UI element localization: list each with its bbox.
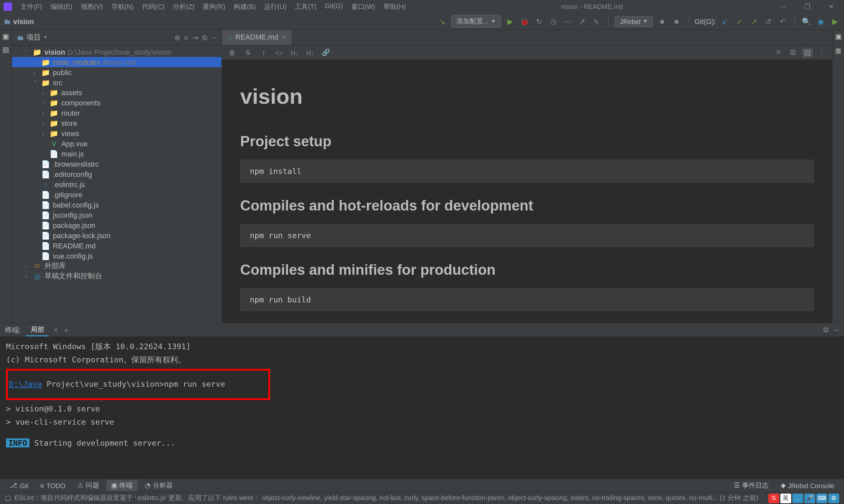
close-tab-icon[interactable]: ×	[282, 33, 286, 41]
ime-indicator[interactable]: S 英 ， 🎤 ⌨ ⚙	[768, 493, 839, 503]
profile-icon[interactable]: ◷	[548, 16, 559, 27]
run-config-selector[interactable]: 添加配置...▼	[451, 15, 501, 28]
ide-icon[interactable]: ◉	[815, 16, 826, 27]
tree-row[interactable]: 📄package-lock.json	[12, 230, 221, 240]
status-indicator-icon[interactable]: ▢	[5, 494, 11, 502]
tree-row[interactable]: 📄README.md	[12, 240, 221, 251]
minimize-button[interactable]: ─	[774, 3, 793, 11]
collapse-all-icon[interactable]: ⇥	[192, 33, 198, 41]
menu-navigate[interactable]: 导航(N)	[108, 1, 137, 13]
tree-row[interactable]: ›📁assets	[12, 88, 221, 98]
menu-tools[interactable]: 工具(T)	[291, 1, 320, 13]
h-up-icon[interactable]: H↑	[305, 49, 316, 56]
menu-analyze[interactable]: 分析(Z)	[169, 1, 198, 13]
problems-tool-button[interactable]: ⚠ 问题	[72, 480, 104, 491]
h-down-icon[interactable]: H↓	[290, 49, 300, 56]
menu-run[interactable]: 运行(U)	[260, 1, 290, 13]
maximize-button[interactable]: ❐	[798, 3, 816, 11]
close-button[interactable]: ✕	[822, 3, 840, 11]
tree-row[interactable]: ›📁components	[12, 98, 221, 108]
tree-row[interactable]: ˅📁visionD:\Java Project\vue_study\vision	[12, 47, 221, 57]
tree-arrow-icon[interactable]: ›	[34, 69, 41, 75]
tree-arrow-icon[interactable]: ›	[42, 90, 49, 95]
run-icon[interactable]: ▶	[505, 16, 516, 27]
italic-icon[interactable]: I	[258, 49, 269, 56]
build-hammer-icon[interactable]: ↘	[437, 16, 448, 27]
breadcrumb-project[interactable]: vision	[13, 17, 34, 25]
debug-icon[interactable]: 🐞	[519, 16, 530, 27]
git-commit-icon[interactable]: ✓	[734, 16, 745, 27]
ime-voice-icon[interactable]: 🎤	[805, 493, 815, 503]
database-tool-label[interactable]: 数据库	[834, 41, 842, 46]
tree-arrow-icon[interactable]: ›	[42, 130, 49, 137]
git-rollback-icon[interactable]: ↶	[777, 16, 788, 27]
stop2-icon[interactable]: ■	[671, 16, 682, 27]
terminal-tab-close-icon[interactable]: ×	[54, 326, 58, 334]
icon[interactable]: ⋯	[563, 16, 573, 27]
tree-row[interactable]: ›◎草稿文件和控制台	[12, 271, 221, 281]
tree-row[interactable]: 📄jsconfig.json	[12, 210, 221, 220]
tree-arrow-icon[interactable]: ›	[25, 273, 32, 279]
tree-row[interactable]: 📄main.js	[12, 149, 221, 159]
ime-settings-icon[interactable]: ⚙	[828, 493, 839, 503]
editor-tab-readme[interactable]: ↓ README.md ×	[222, 30, 293, 45]
menu-git[interactable]: Git(G)	[322, 1, 346, 13]
notifications-icon[interactable]: ▣	[835, 32, 842, 40]
tree-row[interactable]: 📄babel.config.js	[12, 200, 221, 210]
breadcrumb[interactable]: 🖿 vision	[4, 17, 34, 25]
tree-arrow-icon[interactable]: ›	[42, 110, 49, 116]
tree-row[interactable]: 📄package.json	[12, 220, 221, 230]
tree-arrow-icon[interactable]: ›	[42, 120, 49, 126]
tree-row[interactable]: ›📁views	[12, 128, 221, 139]
menu-refactor[interactable]: 重构(R)	[199, 1, 229, 13]
tree-arrow-icon[interactable]: ›	[34, 59, 41, 65]
tree-arrow-icon[interactable]: ›	[42, 100, 49, 106]
rocket-icon[interactable]: ⇗	[576, 16, 587, 27]
stop-icon[interactable]: ■	[657, 16, 668, 27]
tree-arrow-icon[interactable]: ˅	[25, 49, 32, 55]
tree-row[interactable]: 📄.gitignore	[12, 190, 221, 200]
events-tool-button[interactable]: ☰ 事件日志	[729, 480, 773, 491]
terminal-path-link[interactable]: D:\Java	[9, 380, 42, 389]
tree-row[interactable]: 📄.browserslistrc	[12, 159, 221, 169]
coverage-icon[interactable]: ↻	[533, 16, 544, 27]
link-icon[interactable]: 🔗	[321, 49, 331, 56]
menu-file[interactable]: 文件(F)	[17, 1, 46, 13]
terminal-hide-icon[interactable]: ─	[834, 326, 839, 334]
ime-lang[interactable]: 英	[780, 493, 791, 503]
bold-icon[interactable]: B	[227, 49, 238, 56]
tree-row[interactable]: ˅📁src	[12, 77, 221, 88]
tree-row[interactable]: 📄.editorconfig	[12, 169, 221, 179]
editor-content[interactable]: vision Project setup npm install Compile…	[222, 60, 832, 323]
tree-row[interactable]: ›📁node_moduleslibrary root	[12, 57, 221, 67]
tree-row[interactable]: 📄vue.config.js	[12, 251, 221, 261]
tree-arrow-icon[interactable]: ˅	[34, 79, 41, 85]
terminal-settings-icon[interactable]: ⚙	[823, 326, 829, 334]
settings-icon[interactable]: ⚙	[202, 33, 208, 41]
overflow-icon[interactable]: ⋮	[816, 48, 827, 57]
project-tool-icon[interactable]: ▣	[2, 32, 9, 40]
jrebel-selector[interactable]: JRebel▼	[615, 16, 653, 27]
git-push-icon[interactable]: ↗	[748, 16, 759, 27]
terminal-output[interactable]: Microsoft Windows [版本 10.0.22624.1391] (…	[0, 336, 844, 479]
ime-punct-icon[interactable]: ，	[792, 493, 803, 503]
ime-keyboard-icon[interactable]: ⌨	[816, 493, 827, 503]
git-tool-button[interactable]: ⎇ Git	[5, 480, 33, 490]
git-update-icon[interactable]: ↙	[720, 16, 730, 27]
menu-build[interactable]: 构建(B)	[230, 1, 259, 13]
plugin-icon[interactable]: ▶	[829, 16, 840, 27]
preview-mode-icon[interactable]: ≡	[773, 48, 784, 57]
tree-row[interactable]: ›📁store	[12, 118, 221, 128]
add-terminal-icon[interactable]: ＋	[63, 325, 70, 335]
analyzer-tool-button[interactable]: ◔ 分析器	[140, 480, 178, 491]
search-icon[interactable]: 🔍	[801, 16, 812, 27]
terminal-tab-local[interactable]: 局部	[26, 323, 49, 336]
tree-row[interactable]: ›𝄘外部库	[12, 261, 221, 271]
project-tree[interactable]: ˅📁visionD:\Java Project\vue_study\vision…	[12, 46, 221, 323]
editor-mode-icon[interactable]: 🖼	[802, 48, 813, 57]
todo-tool-button[interactable]: ≡ TODO	[36, 481, 71, 490]
expand-all-icon[interactable]: ≡	[184, 33, 188, 41]
menu-window[interactable]: 窗口(W)	[348, 1, 379, 13]
tree-row[interactable]: VApp.vue	[12, 139, 221, 149]
tree-row[interactable]: ›📁public	[12, 67, 221, 77]
